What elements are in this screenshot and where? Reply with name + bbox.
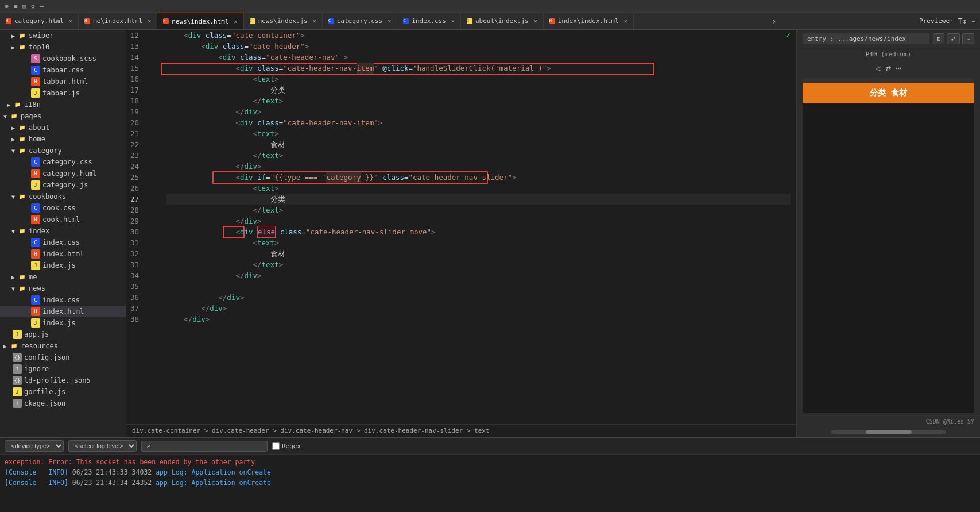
code-line-26: <text>: [166, 183, 791, 194]
sidebar-item-news-css[interactable]: C index.css: [0, 294, 126, 306]
tab-close-icon[interactable]: ✕: [313, 18, 316, 24]
sidebar-item-category-css[interactable]: C category.css: [0, 156, 126, 168]
layout-icon[interactable]: ▤: [22, 2, 26, 10]
sidebar-label: gorfile.js: [24, 388, 65, 396]
sidebar-item-tabbar-html[interactable]: H tabbar.html: [0, 76, 126, 87]
prev-device-button[interactable]: ◁: [876, 63, 881, 74]
device-type-select[interactable]: <device type>: [5, 440, 64, 452]
tab-about-index-js[interactable]: J about\index.js ✕: [461, 13, 544, 29]
sidebar-item-ckage-json[interactable]: T ckage.json: [0, 398, 126, 409]
sidebar-item-category[interactable]: ▼ 📁 category: [0, 145, 126, 156]
sidebar-item-index-css[interactable]: C index.css: [0, 237, 126, 248]
sidebar-item-app-js[interactable]: J app.js: [0, 329, 126, 340]
code-line-33: </text>: [166, 259, 791, 270]
sidebar-item-me[interactable]: ▶ 📁 me: [0, 271, 126, 283]
sidebar-item-gorfile-js[interactable]: J gorfile.js: [0, 386, 126, 398]
sidebar-item-swiper[interactable]: ▶ 📁 swiper: [0, 30, 126, 41]
globe-icon[interactable]: ⊕: [5, 2, 9, 10]
expand-button[interactable]: ⤢: [947, 33, 960, 44]
previewer-footer: CSDN @Miles_SY: [797, 415, 980, 427]
sidebar-item-tabbar-css[interactable]: C tabbar.css: [0, 64, 126, 76]
breadcrumb: div.cate-container > div.cate-header > d…: [126, 424, 796, 437]
more-options-icon[interactable]: ⋯: [971, 17, 975, 25]
log-search-input-wrapper[interactable]: ⌕: [141, 441, 268, 452]
rotate-button[interactable]: ⇄: [886, 63, 892, 74]
sidebar-item-home[interactable]: ▶ 📁 home: [0, 133, 126, 145]
tab-close-icon[interactable]: ✕: [388, 18, 391, 24]
tab-news-index-js[interactable]: J news\index.js ✕: [244, 13, 323, 29]
tab-close-icon[interactable]: ✕: [234, 18, 238, 25]
tab-news-index-html[interactable]: H news\index.html ✕: [157, 13, 243, 29]
gutter-23: [149, 150, 161, 161]
tab-scroll-arrow[interactable]: ›: [767, 17, 781, 26]
sidebar-item-cookbook-scss[interactable]: S cookbook.scss: [0, 53, 126, 64]
html-icon: H: [549, 18, 555, 24]
sidebar-label: category.html: [42, 170, 96, 178]
list-icon[interactable]: ≡: [13, 2, 17, 10]
sidebar-item-resources[interactable]: ▶ 📁 resources: [0, 340, 126, 352]
more-device-button[interactable]: ⋯: [896, 63, 901, 74]
code-line-20: <div class="cate-header-nav-item">: [166, 117, 791, 128]
sidebar-item-pages[interactable]: ▼ 📁 pages: [0, 110, 126, 122]
console-level-badge-1: INFO]: [48, 468, 68, 476]
sidebar-item-ld-profile[interactable]: {} ld-profile.json5: [0, 375, 126, 386]
font-size-icon[interactable]: T↕: [958, 17, 967, 25]
sidebar-item-about[interactable]: ▶ 📁 about: [0, 122, 126, 133]
minimize-icon[interactable]: —: [40, 2, 44, 10]
regex-checkbox-label[interactable]: Regex: [272, 442, 301, 450]
tab-label: about\index.js: [475, 17, 529, 25]
gutter-35: [149, 281, 161, 292]
sidebar-item-news-html[interactable]: H index.html: [0, 306, 126, 317]
folder-icon: 📁: [17, 284, 26, 293]
line-num-16: 16: [126, 74, 144, 84]
sidebar-item-cook-css[interactable]: C cook.css: [0, 202, 126, 214]
gutter-27: [149, 194, 161, 205]
tab-index-css[interactable]: C index.css ✕: [397, 13, 461, 29]
code-line-16: <text>: [166, 74, 791, 84]
settings-icon[interactable]: ⚙: [31, 2, 35, 10]
code-area[interactable]: ✓ <div class="cate-container"> <div clas…: [161, 30, 796, 424]
sidebar-item-news-js[interactable]: J index.js: [0, 317, 126, 329]
previewer-view-controls: ⊞ ⤢ ⋯: [933, 33, 974, 44]
regex-checkbox[interactable]: [272, 442, 280, 450]
more-button[interactable]: ⋯: [962, 33, 974, 44]
sidebar-item-config-json[interactable]: {} config.json: [0, 352, 126, 363]
tab-category-html[interactable]: H category.html ✕: [0, 13, 79, 29]
main-area: ▶ 📁 swiper ▶ 📁 top10 S cookbook.scss C t…: [0, 30, 980, 437]
sidebar-item-index-js[interactable]: J index.js: [0, 260, 126, 271]
sidebar-item-top10[interactable]: ▶ 📁 top10: [0, 41, 126, 53]
editor-content[interactable]: 12 13 14 15 16 17 18 19 20 21 22 23 24 2…: [126, 30, 796, 424]
tab-close-icon[interactable]: ✕: [148, 18, 151, 24]
sidebar-label: category.js: [42, 181, 88, 189]
sidebar-item-index-html[interactable]: H index.html: [0, 248, 126, 260]
tab-me-index-html[interactable]: H me\index.html ✕: [79, 13, 157, 29]
arrow-icon: ▶: [5, 102, 13, 108]
log-level-select[interactable]: <select log level>: [68, 440, 137, 452]
sidebar-item-category-html[interactable]: H category.html: [0, 168, 126, 179]
tab-close-icon[interactable]: ✕: [451, 18, 455, 24]
sidebar-item-category-js[interactable]: J category.js: [0, 179, 126, 191]
tab-index-index-html[interactable]: H index\index.html ✕: [544, 13, 634, 29]
sidebar-label: news: [29, 284, 45, 292]
entry-bar[interactable]: entry : ...ages/news/index: [803, 33, 929, 44]
tab-category-css[interactable]: C category.css ✕: [323, 13, 398, 29]
sidebar-label: app.js: [24, 330, 49, 338]
tab-close-icon[interactable]: ✕: [624, 18, 627, 24]
tab-close-icon[interactable]: ✕: [534, 18, 537, 24]
code-line-25: <div if="{{type === 'category'}}" class=…: [166, 172, 791, 183]
sidebar-item-ignore[interactable]: T ignore: [0, 363, 126, 375]
sidebar-item-cookbooks[interactable]: ▼ 📁 cookbooks: [0, 191, 126, 202]
folder-icon: 📁: [17, 226, 26, 236]
sidebar-item-tabbar-js[interactable]: J tabbar.js: [0, 87, 126, 99]
arrow-icon: ▼: [9, 148, 17, 154]
sidebar-item-news[interactable]: ▼ 📁 news: [0, 283, 126, 294]
grid-view-button[interactable]: ⊞: [933, 33, 945, 44]
tab-close-icon[interactable]: ✕: [69, 18, 72, 24]
folder-icon: 📁: [17, 192, 26, 201]
log-search-field[interactable]: [153, 442, 256, 449]
sidebar-item-cook-html[interactable]: H cook.html: [0, 214, 126, 225]
sidebar-item-index-folder[interactable]: ▼ 📁 index: [0, 225, 126, 237]
tab-label: index.css: [412, 17, 446, 25]
sidebar-item-i18n[interactable]: ▶ 📁 i18n: [0, 99, 126, 110]
horizontal-scrollbar[interactable]: [831, 430, 946, 434]
